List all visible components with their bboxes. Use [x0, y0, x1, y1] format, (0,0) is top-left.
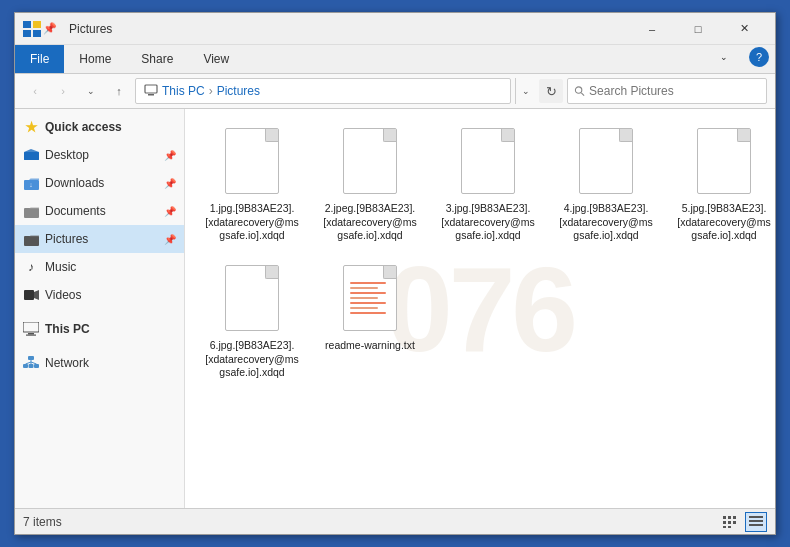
- file-label-2: 2.jpeg.[9B83AE23].[xdatarecovery@msgsafe…: [322, 202, 418, 243]
- svg-line-24: [31, 362, 37, 364]
- file-item-4[interactable]: 4.jpg.[9B83AE23].[xdatarecovery@msgsafe.…: [551, 121, 661, 250]
- svg-marker-14: [34, 290, 39, 300]
- tab-share[interactable]: Share: [126, 45, 188, 73]
- help-button[interactable]: ?: [749, 47, 769, 67]
- file-page-2: [343, 128, 397, 194]
- svg-point-6: [575, 87, 581, 93]
- music-icon: ♪: [23, 259, 39, 275]
- maximize-button[interactable]: □: [675, 13, 721, 45]
- file-item-5[interactable]: 5.jpg.[9B83AE23].[xdatarecovery@msgsafe.…: [669, 121, 775, 250]
- search-icon: [574, 85, 585, 97]
- file-icon-7: [340, 265, 400, 335]
- pictures-folder-icon: [23, 231, 39, 247]
- file-item-1[interactable]: 1.jpg.[9B83AE23].[xdatarecovery@msgsafe.…: [197, 121, 307, 250]
- svg-rect-11: [24, 208, 39, 218]
- sidebar-item-downloads[interactable]: ↓ Downloads 📌: [15, 169, 184, 197]
- file-icon-2: [340, 128, 400, 198]
- sidebar-music-label: Music: [45, 260, 76, 274]
- sidebar-item-pictures[interactable]: Pictures 📌: [15, 225, 184, 253]
- sidebar-item-documents[interactable]: Documents 📌: [15, 197, 184, 225]
- svg-rect-5: [148, 94, 154, 96]
- file-item-6[interactable]: 6.jpg.[9B83AE23].[xdatarecovery@msgsafe.…: [197, 258, 307, 387]
- ribbon-tabs: File Home Share View ⌄ ?: [15, 45, 775, 73]
- ribbon-chevron[interactable]: ⌄: [701, 41, 747, 73]
- list-view-button[interactable]: [719, 512, 741, 532]
- sidebar-item-videos[interactable]: Videos: [15, 281, 184, 309]
- pin-downloads-icon: 📌: [164, 178, 176, 189]
- file-item-3[interactable]: 3.jpg.[9B83AE23].[xdatarecovery@msgsafe.…: [433, 121, 543, 250]
- tab-home[interactable]: Home: [64, 45, 126, 73]
- sidebar-network-label: Network: [45, 356, 89, 370]
- svg-rect-3: [33, 30, 41, 37]
- tab-file[interactable]: File: [15, 45, 64, 73]
- svg-rect-35: [749, 524, 763, 526]
- svg-rect-29: [728, 521, 731, 524]
- downloads-folder-icon: ↓: [23, 175, 39, 191]
- sidebar-item-music[interactable]: ♪ Music: [15, 253, 184, 281]
- file-label-6: 6.jpg.[9B83AE23].[xdatarecovery@msgsafe.…: [204, 339, 300, 380]
- sidebar-desktop-label: Desktop: [45, 148, 89, 162]
- minimize-button[interactable]: –: [629, 13, 675, 45]
- file-item-2[interactable]: 2.jpeg.[9B83AE23].[xdatarecovery@msgsafe…: [315, 121, 425, 250]
- file-page-5: [697, 128, 751, 194]
- path-this-pc[interactable]: This PC: [162, 84, 205, 98]
- main-area: ★ Quick access Desktop 📌 ↓ Downloads 📌: [15, 109, 775, 508]
- svg-rect-31: [723, 526, 726, 528]
- file-item-7[interactable]: readme-warning.txt: [315, 258, 425, 387]
- search-input[interactable]: [589, 84, 760, 98]
- address-path[interactable]: This PC › Pictures: [135, 78, 511, 104]
- refresh-button[interactable]: ↻: [539, 79, 563, 103]
- items-count: 7 items: [23, 515, 62, 529]
- desktop-folder-icon: [23, 147, 39, 163]
- tab-view[interactable]: View: [188, 45, 244, 73]
- svg-rect-2: [23, 30, 31, 37]
- sidebar-videos-label: Videos: [45, 288, 81, 302]
- svg-line-23: [26, 362, 32, 364]
- window-controls: – □ ✕: [629, 13, 767, 45]
- file-label-4: 4.jpg.[9B83AE23].[xdatarecovery@msgsafe.…: [558, 202, 654, 243]
- up-button[interactable]: ↑: [107, 79, 131, 103]
- this-pc-label: This PC: [45, 322, 90, 336]
- svg-rect-16: [28, 333, 34, 335]
- file-icon-1: [222, 128, 282, 198]
- svg-rect-8: [24, 152, 39, 160]
- chevron-up-button[interactable]: ⌄: [79, 79, 103, 103]
- icons-view-button[interactable]: [745, 512, 767, 532]
- forward-button[interactable]: ›: [51, 79, 75, 103]
- documents-folder-icon: [23, 203, 39, 219]
- sidebar-item-desktop[interactable]: Desktop 📌: [15, 141, 184, 169]
- search-box[interactable]: [567, 78, 767, 104]
- file-label-5: 5.jpg.[9B83AE23].[xdatarecovery@msgsafe.…: [676, 202, 772, 243]
- svg-rect-28: [723, 521, 726, 524]
- network-icon: [23, 355, 39, 371]
- pin-desktop-icon: 📌: [164, 150, 176, 161]
- file-page-7: [343, 265, 397, 331]
- sidebar-quick-access[interactable]: ★ Quick access: [15, 113, 184, 141]
- path-dropdown[interactable]: ⌄: [515, 78, 535, 104]
- close-button[interactable]: ✕: [721, 13, 767, 45]
- svg-line-7: [581, 93, 584, 96]
- path-sep-1: ›: [209, 84, 213, 98]
- file-page-6: [225, 265, 279, 331]
- svg-text:↓: ↓: [29, 181, 33, 188]
- svg-rect-32: [728, 526, 731, 528]
- svg-rect-25: [723, 516, 726, 519]
- svg-rect-13: [24, 290, 34, 300]
- sidebar-pictures-label: Pictures: [45, 232, 88, 246]
- view-toggle: [719, 512, 767, 532]
- pin-icon: 📌: [43, 22, 57, 35]
- file-label-7: readme-warning.txt: [325, 339, 415, 353]
- file-page-3: [461, 128, 515, 194]
- file-label-1: 1.jpg.[9B83AE23].[xdatarecovery@msgsafe.…: [204, 202, 300, 243]
- sidebar-item-network[interactable]: Network: [15, 349, 184, 377]
- sidebar-this-pc[interactable]: This PC: [15, 315, 184, 343]
- address-bar: ‹ › ⌄ ↑ This PC › Pictures ⌄ ↻: [15, 74, 775, 109]
- status-bar: 7 items: [15, 508, 775, 534]
- pin-pictures-icon: 📌: [164, 234, 176, 245]
- sidebar: ★ Quick access Desktop 📌 ↓ Downloads 📌: [15, 109, 185, 508]
- svg-rect-34: [749, 520, 763, 522]
- window-title: Pictures: [65, 22, 629, 36]
- path-pictures[interactable]: Pictures: [217, 84, 260, 98]
- back-button[interactable]: ‹: [23, 79, 47, 103]
- file-icon-5: [694, 128, 754, 198]
